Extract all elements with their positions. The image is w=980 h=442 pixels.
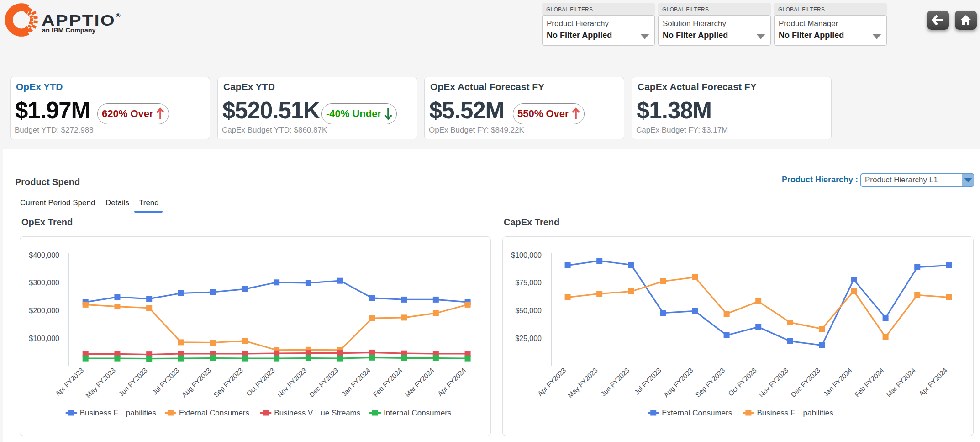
svg-text:Aug FY2023: Aug FY2023	[180, 366, 212, 399]
svg-text:Aug FY2023: Aug FY2023	[662, 366, 695, 399]
svg-text:$400,000: $400,000	[29, 251, 59, 259]
svg-text:Dec FY2023: Dec FY2023	[307, 366, 340, 399]
svg-text:$200,000: $200,000	[29, 307, 59, 314]
svg-text:Jul FY2023: Jul FY2023	[151, 366, 181, 396]
svg-text:Apr FY2023: Apr FY2023	[54, 366, 85, 398]
svg-text:Apr FY2024: Apr FY2024	[436, 366, 468, 398]
svg-text:$25,000: $25,000	[515, 335, 542, 342]
svg-text:Business V…ue Streams: Business V…ue Streams	[274, 409, 360, 417]
svg-text:Apr FY2023: Apr FY2023	[536, 366, 568, 398]
svg-text:Business F…pabilities: Business F…pabilities	[757, 409, 833, 417]
svg-text:Jun FY2023: Jun FY2023	[599, 366, 631, 398]
svg-text:Nov FY2023: Nov FY2023	[276, 366, 308, 399]
svg-text:External Consumers: External Consumers	[179, 409, 249, 417]
svg-text:Mar FY2024: Mar FY2024	[403, 366, 435, 398]
svg-text:Sep FY2023: Sep FY2023	[212, 366, 244, 399]
svg-text:Jun FY2023: Jun FY2023	[117, 366, 149, 398]
svg-text:Jul FY2023: Jul FY2023	[632, 366, 663, 396]
svg-text:Jan FY2024: Jan FY2024	[822, 366, 853, 398]
svg-text:$100,000: $100,000	[29, 335, 59, 342]
svg-text:Dec FY2023: Dec FY2023	[789, 366, 822, 399]
svg-text:$100,000: $100,000	[511, 251, 542, 259]
svg-text:Business F…pabilities: Business F…pabilities	[80, 409, 156, 417]
svg-text:Sep FY2023: Sep FY2023	[694, 366, 726, 399]
svg-text:Mar FY2024: Mar FY2024	[885, 366, 917, 398]
svg-text:Feb FY2024: Feb FY2024	[371, 366, 403, 398]
svg-text:Oct FY2023: Oct FY2023	[727, 366, 758, 398]
svg-text:Internal Consumers: Internal Consumers	[384, 409, 451, 417]
svg-text:Apr FY2024: Apr FY2024	[917, 366, 949, 398]
svg-text:External Consumers: External Consumers	[662, 409, 732, 417]
svg-text:$50,000: $50,000	[515, 307, 542, 314]
svg-text:Feb FY2024: Feb FY2024	[853, 366, 885, 398]
svg-text:Jan FY2024: Jan FY2024	[340, 366, 372, 398]
svg-text:May FY2023: May FY2023	[84, 366, 117, 399]
svg-text:May FY2023: May FY2023	[566, 366, 599, 399]
svg-text:$300,000: $300,000	[29, 279, 59, 287]
svg-text:Oct FY2023: Oct FY2023	[245, 366, 276, 398]
svg-text:Nov FY2023: Nov FY2023	[757, 366, 790, 399]
svg-text:$75,000: $75,000	[515, 279, 542, 287]
